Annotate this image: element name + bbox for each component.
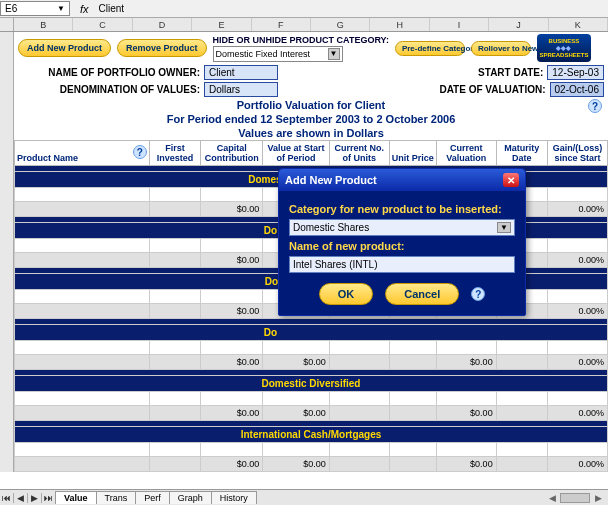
table-row[interactable] (15, 392, 608, 406)
subtotal-row: $0.00$0.00$0.000.00% (15, 457, 608, 472)
col-J[interactable]: J (489, 18, 548, 31)
table-row[interactable] (15, 341, 608, 355)
denom-label: DENOMINATION OF VALUES: (18, 84, 204, 95)
owner-input[interactable]: Client (204, 65, 278, 80)
formula-bar: E6 ▼ fx Client (0, 0, 608, 18)
dialog-category-value: Domestic Shares (293, 222, 369, 233)
tab-perf[interactable]: Perf (135, 491, 170, 504)
main-toolbar: Add New Product Remove Product HIDE OR U… (14, 32, 608, 64)
category-dropdown[interactable]: Domestic Fixed Interest ▼ (213, 46, 343, 62)
dialog-name-label: Name of new product: (289, 240, 515, 252)
col-B[interactable]: B (14, 18, 73, 31)
tab-nav-first-icon[interactable]: ⏮ (0, 493, 14, 503)
dialog-title: Add New Product (285, 174, 377, 186)
tab-value[interactable]: Value (55, 491, 97, 504)
th-capital: Capital Contribution (201, 141, 263, 166)
th-value-start: Value at Start of Period (263, 141, 329, 166)
cell-reference: E6 (5, 3, 17, 14)
help-icon[interactable]: ? (133, 145, 147, 159)
scroll-right-icon[interactable]: ▶ (592, 493, 604, 503)
denom-input[interactable]: Dollars (204, 82, 278, 97)
th-gain-loss: Gain/(Loss) since Start (548, 141, 608, 166)
th-maturity: Maturity Date (496, 141, 547, 166)
cat-hidden-3: Do (15, 325, 608, 341)
col-F[interactable]: F (252, 18, 311, 31)
name-box[interactable]: E6 ▼ (0, 1, 70, 16)
th-units: Current No. of Units (329, 141, 389, 166)
business-spreadsheets-logo: BUSINESS ◆◆◆ SPREADSHEETS (537, 34, 591, 62)
cat-domestic-diversified: Domestic Diversified (15, 376, 608, 392)
col-K[interactable]: K (549, 18, 608, 31)
predefine-titles-button[interactable]: Pre-define Category Titles (395, 41, 465, 56)
dropdown-icon[interactable]: ▼ (57, 4, 65, 13)
hide-category-label: HIDE OR UNHIDE PRODUCT CATEGORY: (213, 35, 389, 45)
report-period: For Period ended 12 September 2003 to 2 … (14, 112, 608, 126)
dialog-category-select[interactable]: Domestic Shares ▼ (289, 219, 515, 236)
cancel-button[interactable]: Cancel (385, 283, 459, 305)
th-product-name: Product Name ? (15, 141, 150, 166)
dropdown-icon[interactable]: ▼ (328, 48, 340, 60)
tab-history[interactable]: History (211, 491, 257, 504)
table-row[interactable] (15, 443, 608, 457)
add-new-product-button[interactable]: Add New Product (18, 39, 111, 57)
column-headers: B C D E F G H I J K (0, 18, 608, 32)
ok-button[interactable]: OK (319, 283, 374, 305)
col-E[interactable]: E (192, 18, 251, 31)
report-currency: Values are shown in Dollars (14, 126, 608, 140)
start-date-input[interactable]: 12-Sep-03 (547, 65, 604, 80)
help-icon[interactable]: ? (471, 287, 485, 301)
help-icon[interactable]: ? (588, 99, 602, 113)
scroll-left-icon[interactable]: ◀ (546, 493, 558, 503)
tab-nav-last-icon[interactable]: ⏭ (42, 493, 56, 503)
col-D[interactable]: D (133, 18, 192, 31)
subtotal-row: $0.00$0.00$0.000.00% (15, 406, 608, 421)
tab-graph[interactable]: Graph (169, 491, 212, 504)
th-unit-price: Unit Price (389, 141, 436, 166)
tab-nav-prev-icon[interactable]: ◀ (14, 493, 28, 503)
th-current-val: Current Valuation (436, 141, 496, 166)
formula-value[interactable]: Client (99, 3, 125, 14)
add-product-dialog: Add New Product ✕ Category for new produ… (278, 168, 526, 316)
owner-label: NAME OF PORTFOLIO OWNER: (18, 67, 204, 78)
tab-trans[interactable]: Trans (96, 491, 137, 504)
valuation-date-label: DATE OF VALUATION: (439, 84, 549, 95)
rollover-button[interactable]: Rollover to New Period (471, 41, 531, 56)
category-dropdown-value: Domestic Fixed Interest (216, 49, 311, 59)
col-H[interactable]: H (370, 18, 429, 31)
valuation-date-input[interactable]: 02-Oct-06 (550, 82, 604, 97)
tab-nav-next-icon[interactable]: ▶ (28, 493, 42, 503)
col-C[interactable]: C (73, 18, 132, 31)
sheet-tabs: ⏮ ◀ ▶ ⏭ Value Trans Perf Graph History ◀… (0, 489, 608, 505)
start-date-label: START DATE: (478, 67, 547, 78)
remove-product-button[interactable]: Remove Product (117, 39, 207, 57)
close-icon[interactable]: ✕ (503, 173, 519, 187)
dialog-name-input[interactable] (289, 256, 515, 273)
cat-intl-cash: International Cash/Mortgages (15, 427, 608, 443)
report-title: Portfolio Valuation for Client (14, 98, 608, 112)
chevron-down-icon[interactable]: ▼ (497, 222, 511, 233)
row-headers (0, 32, 14, 472)
col-I[interactable]: I (430, 18, 489, 31)
dialog-category-label: Category for new product to be inserted: (289, 203, 515, 215)
th-first-invested: First Invested (149, 141, 200, 166)
fx-icon[interactable]: fx (70, 3, 99, 15)
scroll-thumb[interactable] (560, 493, 590, 503)
col-G[interactable]: G (311, 18, 370, 31)
subtotal-row: $0.00$0.00$0.000.00% (15, 355, 608, 370)
